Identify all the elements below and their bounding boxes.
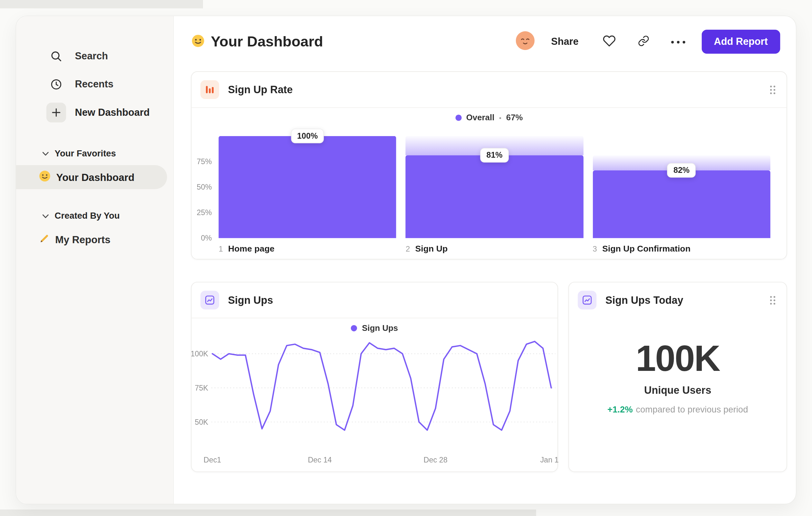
clock-icon: [47, 75, 66, 94]
line-chart-icon: [578, 291, 597, 309]
background-window-edge-bottom: [0, 509, 536, 516]
funnel-y-axis: 75%50%25%0%: [192, 136, 219, 238]
funnel-y-tick: 25%: [197, 208, 212, 217]
bar-value-chip: 82%: [667, 163, 696, 178]
y-tick-label: 50K: [195, 418, 208, 426]
favorite-heart-button[interactable]: [603, 34, 615, 49]
drag-handle-icon[interactable]: [770, 295, 776, 307]
section-title: Created By You: [55, 211, 120, 221]
sidebar-item-label: New Dashboard: [75, 107, 150, 118]
legend-dot: [351, 325, 357, 331]
header-actions: Share: [516, 30, 780, 54]
funnel-step-labels: 1Home page2Sign Up3Sign Up Confirmation: [219, 244, 770, 254]
new-dashboard-icon-tile: [47, 103, 66, 122]
smiley-emoji-icon: [191, 33, 205, 50]
metric-label: Unique Users: [569, 384, 787, 396]
bar-chart-icon: [200, 80, 219, 99]
drag-handle-icon[interactable]: [770, 85, 776, 97]
funnel-step-label: 3Sign Up Confirmation: [592, 244, 770, 254]
sidebar-item-my-reports[interactable]: My Reports: [16, 228, 173, 251]
signups-line: [212, 342, 551, 430]
card-title: Sign Up Rate: [228, 84, 293, 96]
metric-delta: +1.2%compared to previous period: [569, 405, 787, 415]
background-window-edge-top: [0, 0, 203, 8]
metric-value: 100K: [569, 338, 787, 379]
delta-caption: compared to previous period: [636, 405, 748, 415]
legend-dot: [455, 114, 461, 120]
funnel-bar-3: 82%: [592, 136, 770, 238]
funnel-bar-2: 81%: [406, 136, 583, 238]
sidebar: Search Recents New Dashboard: [16, 16, 174, 504]
card-header: Sign Ups: [192, 282, 557, 318]
bar-value-chip: 100%: [291, 129, 324, 143]
signup-rate-card: Sign Up Rate Overall • 67% 75%50%25%0% 1…: [191, 71, 787, 259]
card-title: Sign Ups: [228, 294, 273, 306]
x-tick-label: Dec 14: [308, 456, 331, 464]
card-header: Sign Ups Today: [569, 282, 787, 318]
section-title: Your Favorites: [55, 148, 116, 159]
x-tick-label: Jan 11: [540, 456, 558, 464]
sidebar-item-label: Search: [75, 51, 108, 62]
sidebar-item-label: My Reports: [55, 234, 111, 245]
funnel-bar-fill: [406, 156, 583, 238]
page-title: Your Dashboard: [211, 33, 323, 50]
legend-separator: •: [499, 114, 501, 121]
sidebar-item-search[interactable]: Search: [16, 42, 173, 70]
smiley-emoji-icon: [39, 170, 51, 185]
sidebar-item-your-dashboard[interactable]: Your Dashboard: [16, 165, 167, 189]
sidebar-item-recents[interactable]: Recents: [16, 70, 173, 98]
plus-icon: [47, 103, 66, 122]
add-report-button[interactable]: Add Report: [701, 30, 780, 54]
ellipsis-icon: [670, 38, 686, 46]
search-icon: [47, 47, 66, 66]
funnel-y-tick: 50%: [197, 183, 212, 191]
more-options-button[interactable]: [670, 38, 686, 46]
funnel-step-label: 1Home page: [219, 244, 396, 254]
created-section-header[interactable]: Created By You: [16, 206, 173, 227]
funnel-bar-fill: [219, 136, 396, 238]
line-chart-icon: [200, 291, 219, 309]
funnel-bars: 100%81%82%: [219, 136, 770, 238]
app-window: Search Recents New Dashboard: [16, 16, 796, 504]
avatar[interactable]: [516, 31, 534, 52]
legend-label: Sign Ups: [362, 323, 398, 333]
funnel-bar-fill: [592, 170, 770, 238]
copy-link-button[interactable]: [637, 35, 649, 48]
funnel-y-tick: 75%: [197, 157, 212, 166]
page: Search Recents New Dashboard: [0, 0, 812, 516]
funnel-bar-1: 100%: [219, 136, 396, 238]
pencil-emoji-icon: [39, 233, 50, 246]
sidebar-section-favorites: Your Favorites Your Dashboard: [16, 143, 173, 189]
signups-card: Sign Ups Sign Ups 100K75K50KDec1Dec 14De…: [191, 282, 558, 472]
y-tick-label: 100K: [192, 350, 208, 358]
metric-body: 100K Unique Users +1.2%compared to previ…: [569, 318, 787, 415]
y-tick-label: 75K: [195, 384, 208, 392]
chevron-down-icon: [42, 149, 49, 158]
signups-line-chart: 100K75K50KDec1Dec 14Dec 28Jan 11: [192, 334, 558, 467]
chevron-down-icon: [42, 212, 49, 221]
funnel-y-tick: 0%: [201, 234, 212, 242]
dashboard-header: Your Dashboard Share: [191, 27, 780, 56]
sidebar-item-label: Recents: [75, 79, 113, 90]
legend-label: Overall: [466, 113, 495, 123]
favorites-section-header[interactable]: Your Favorites: [16, 143, 173, 164]
sidebar-item-new-dashboard[interactable]: New Dashboard: [16, 98, 173, 127]
share-button[interactable]: Share: [551, 36, 578, 47]
bar-value-chip: 81%: [480, 148, 509, 163]
main-content: Your Dashboard Share: [174, 16, 796, 504]
sidebar-item-label: Your Dashboard: [56, 171, 134, 183]
delta-value: +1.2%: [607, 405, 633, 415]
funnel-step-label: 2Sign Up: [406, 244, 583, 254]
funnel-chart: 75%50%25%0% 100%81%82%: [192, 136, 770, 238]
link-icon: [637, 35, 649, 48]
signups-today-card: Sign Ups Today 100K Unique Users +1.2%co…: [569, 282, 787, 472]
heart-icon: [603, 34, 615, 49]
legend-value: 67%: [506, 113, 523, 123]
x-tick-label: Dec1: [204, 456, 221, 464]
sidebar-section-created-by-you: Created By You My Reports: [16, 206, 173, 251]
funnel-legend: Overall • 67%: [192, 108, 786, 127]
card-title: Sign Ups Today: [605, 294, 684, 306]
x-tick-label: Dec 28: [424, 456, 447, 464]
card-header: Sign Up Rate: [192, 72, 786, 108]
